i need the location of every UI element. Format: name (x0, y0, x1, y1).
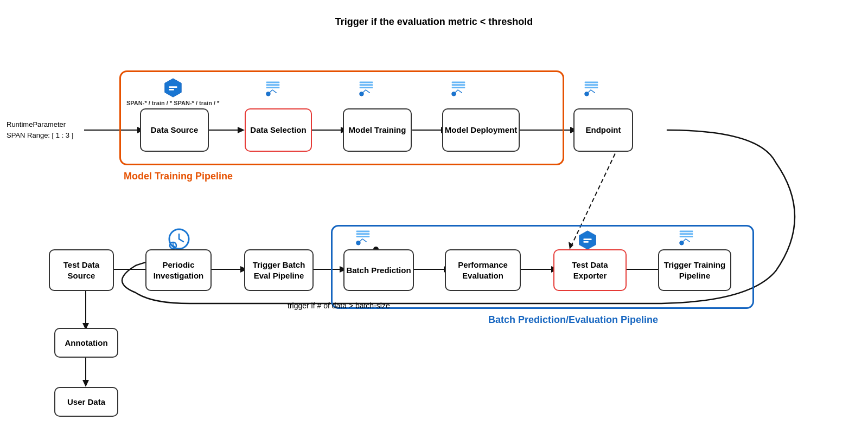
svg-rect-54 (585, 87, 598, 88)
periodic-investigation-box: Periodic Investigation (145, 249, 212, 291)
svg-rect-71 (584, 238, 592, 240)
svg-marker-28 (82, 380, 89, 387)
model-training-pipeline-label: Model Training Pipeline (124, 171, 233, 182)
performance-evaluation-box: Performance Evaluation (445, 249, 521, 291)
annotation-box: Annotation (54, 328, 118, 358)
svg-line-50 (455, 90, 458, 93)
test-data-source-box: Test Data Source (49, 249, 114, 291)
svg-line-44 (363, 90, 366, 93)
svg-line-51 (458, 90, 462, 93)
trigger-label: Trigger if the evaluation metric < thres… (335, 15, 533, 29)
svg-rect-41 (360, 84, 373, 86)
model-training-box: Model Training (343, 108, 412, 152)
data-source-box: Data Source (140, 108, 209, 152)
svg-rect-66 (680, 236, 693, 237)
svg-rect-52 (585, 82, 598, 83)
diagram-container: Trigger if the evaluation metric < thres… (0, 0, 868, 433)
svg-rect-46 (452, 82, 465, 83)
svg-line-75 (179, 239, 183, 242)
svg-rect-64 (680, 231, 693, 232)
svg-rect-36 (266, 87, 280, 88)
svg-line-63 (362, 239, 367, 242)
svg-point-43 (360, 92, 364, 96)
data-icon-training (358, 77, 374, 97)
svg-rect-35 (266, 84, 280, 86)
endpoint-box: Endpoint (573, 108, 633, 152)
model-deployment-box: Model Deployment (442, 108, 520, 152)
svg-line-69 (686, 239, 690, 242)
trigger-condition-label: trigger if # of data > batch-size (288, 301, 390, 312)
svg-point-67 (680, 241, 684, 245)
data-selection-box: Data Selection (245, 108, 312, 152)
trigger-training-pipeline-box: Trigger Training Pipeline (658, 249, 731, 291)
arrows-svg (0, 0, 868, 433)
svg-point-49 (452, 92, 456, 96)
data-icon-batch-prediction (355, 227, 371, 246)
svg-line-68 (683, 239, 686, 242)
user-data-box: User Data (54, 387, 118, 417)
svg-rect-58 (356, 231, 370, 232)
svg-rect-60 (356, 236, 370, 237)
data-icon-selection (265, 77, 281, 97)
svg-rect-47 (452, 84, 465, 86)
svg-rect-72 (584, 241, 589, 243)
svg-rect-48 (452, 87, 465, 88)
data-icon-trigger-training (678, 227, 694, 246)
svg-rect-42 (360, 87, 373, 88)
span-icon-top: SPAN-* / train / * SPAN-* / train / * (126, 77, 219, 107)
svg-line-38 (270, 90, 272, 93)
svg-rect-59 (356, 233, 370, 235)
trigger-batch-eval-box: Trigger Batch Eval Pipeline (244, 249, 314, 291)
svg-rect-34 (266, 82, 280, 83)
svg-point-55 (585, 92, 589, 96)
svg-line-57 (591, 90, 595, 93)
batch-prediction-box: Batch Prediction (343, 249, 414, 291)
svg-line-45 (366, 90, 370, 93)
svg-point-61 (356, 241, 361, 245)
svg-rect-32 (169, 86, 177, 88)
data-icon-deployment (450, 77, 467, 97)
clock-icon (167, 227, 192, 251)
svg-rect-65 (680, 233, 693, 235)
runtime-parameter-label: RuntimeParameter SPAN Range: [ 1 : 3 ] (7, 119, 73, 140)
test-data-exporter-box: Test Data Exporter (553, 249, 627, 291)
span-label-top: SPAN-* / train / * SPAN-* / train / * (126, 99, 219, 107)
svg-rect-53 (585, 84, 598, 86)
svg-point-37 (266, 92, 271, 96)
svg-rect-33 (169, 89, 174, 91)
svg-line-56 (588, 90, 591, 93)
svg-line-39 (272, 90, 277, 93)
svg-rect-40 (360, 82, 373, 83)
svg-line-62 (360, 239, 362, 242)
batch-prediction-pipeline-label: Batch Prediction/Evaluation Pipeline (488, 314, 658, 326)
data-icon-endpoint (583, 77, 599, 97)
